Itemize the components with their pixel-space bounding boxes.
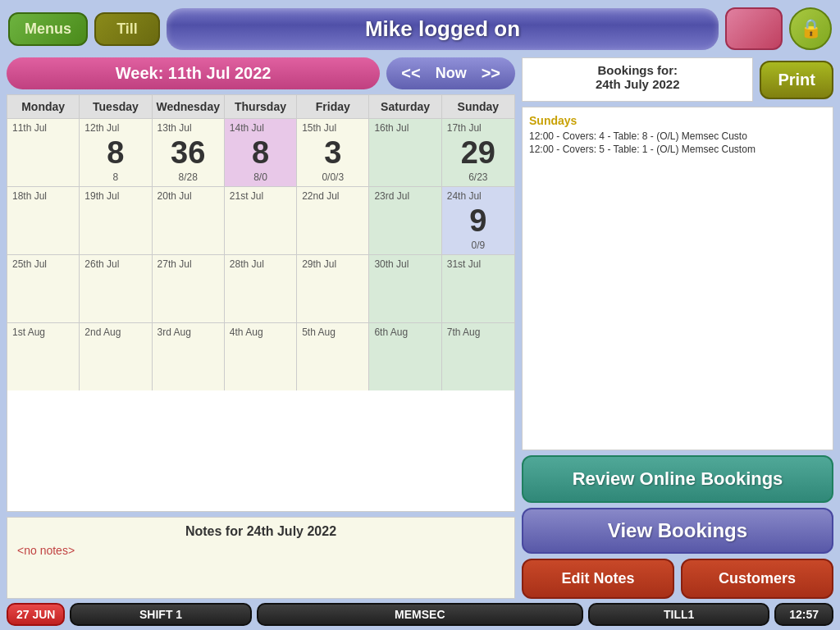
cal-cell-0-3[interactable]: 14th Jul88/0: [225, 119, 297, 186]
booking-item-2: 12:00 - Covers: 5 - Table: 1 - (O/L) Mem…: [529, 144, 826, 155]
cal-cell-1-0[interactable]: 18th Jul: [7, 187, 80, 254]
pink-button[interactable]: [725, 7, 783, 50]
view-button[interactable]: View Bookings: [522, 508, 833, 554]
notes-title: Notes for 24th July 2022: [17, 524, 504, 539]
status-shift: SHIFT 1: [70, 603, 251, 626]
cal-cell-1-4[interactable]: 22nd Jul: [297, 187, 369, 254]
header-monday: Monday: [7, 95, 80, 118]
cal-cell-3-5[interactable]: 6th Aug: [369, 323, 441, 390]
cal-date-1-1: 19th Jul: [84, 190, 146, 202]
cal-date-0-4: 15th Jul: [302, 122, 363, 134]
calendar-grid: Monday Tuesday Wednesday Thursday Friday…: [7, 94, 515, 512]
cal-number-0-1: 8: [84, 137, 146, 168]
now-label: Now: [436, 65, 467, 82]
cal-date-2-2: 27th Jul: [158, 258, 219, 270]
cal-date-1-6: 24th Jul: [447, 190, 509, 202]
cal-date-2-6: 31st Jul: [447, 258, 509, 270]
cal-row-0: 11th Jul12th Jul8813th Jul368/2814th Jul…: [7, 119, 514, 187]
week-nav: Week: 11th Jul 2022 << Now >>: [7, 57, 515, 89]
cal-sub-0-2: 8/28: [158, 171, 219, 183]
cal-cell-2-1[interactable]: 26th Jul: [80, 255, 152, 322]
cal-sub-1-6: 0/9: [447, 240, 509, 251]
customers-button[interactable]: Customers: [681, 559, 833, 599]
cal-cell-1-2[interactable]: 20th Jul: [153, 187, 225, 254]
header-friday: Friday: [297, 95, 369, 118]
cal-date-2-0: 25th Jul: [12, 258, 74, 270]
cal-cell-2-5[interactable]: 30th Jul: [369, 255, 441, 322]
cal-date-3-3: 4th Aug: [230, 326, 291, 338]
cal-cell-3-3[interactable]: 4th Aug: [225, 323, 297, 390]
top-bar: Menus Till Mike logged on 🔒: [0, 0, 840, 57]
edit-notes-button[interactable]: Edit Notes: [522, 559, 674, 599]
cal-cell-2-4[interactable]: 29th Jul: [297, 255, 369, 322]
print-button[interactable]: Print: [760, 61, 833, 99]
header-thursday: Thursday: [225, 95, 297, 118]
main-content: Week: 11th Jul 2022 << Now >> Monday Tue…: [0, 57, 840, 599]
cal-cell-0-1[interactable]: 12th Jul88: [80, 119, 152, 186]
cal-date-1-2: 20th Jul: [158, 190, 219, 202]
cal-cell-1-6[interactable]: 24th Jul90/9: [442, 187, 514, 254]
cal-cell-0-2[interactable]: 13th Jul368/28: [153, 119, 225, 186]
cal-cell-1-5[interactable]: 23rd Jul: [369, 187, 441, 254]
cal-date-0-6: 17th Jul: [447, 122, 509, 134]
prev-button[interactable]: <<: [395, 61, 427, 86]
cal-date-2-5: 30th Jul: [374, 258, 436, 270]
cal-date-3-4: 5th Aug: [302, 326, 363, 338]
status-date: 27 JUN: [7, 603, 65, 626]
cal-date-3-1: 2nd Aug: [84, 326, 146, 338]
cal-date-1-0: 18th Jul: [12, 190, 74, 202]
bookings-header-row: Bookings for: 24th July 2022 Print: [522, 57, 833, 102]
cal-date-3-6: 7th Aug: [447, 326, 509, 338]
cal-cell-3-0[interactable]: 1st Aug: [7, 323, 80, 390]
review-button[interactable]: Review Online Bookings: [522, 455, 833, 503]
cal-date-0-0: 11th Jul: [12, 122, 74, 134]
next-button[interactable]: >>: [475, 61, 507, 86]
cal-date-1-4: 22nd Jul: [302, 190, 363, 202]
cal-date-1-3: 21st Jul: [230, 190, 291, 202]
cal-cell-3-6[interactable]: 7th Aug: [442, 323, 514, 390]
cal-cell-0-0[interactable]: 11th Jul: [7, 119, 80, 186]
notes-area: Notes for 24th July 2022 <no notes>: [7, 517, 515, 599]
cal-date-2-3: 28th Jul: [230, 258, 291, 270]
cal-cell-1-1[interactable]: 19th Jul: [80, 187, 152, 254]
cal-cell-1-3[interactable]: 21st Jul: [225, 187, 297, 254]
cal-sub-0-3: 8/0: [230, 171, 291, 183]
cal-row-2: 25th Jul26th Jul27th Jul28th Jul29th Jul…: [7, 255, 514, 323]
print-btn-wrapper: Print: [760, 57, 833, 102]
cal-cell-2-2[interactable]: 27th Jul: [153, 255, 225, 322]
cal-date-0-3: 14th Jul: [230, 122, 291, 134]
bookings-for-line2: 24th July 2022: [596, 77, 680, 91]
cal-cell-2-6[interactable]: 31st Jul: [442, 255, 514, 322]
cal-number-0-2: 36: [158, 137, 219, 168]
cal-cell-0-5[interactable]: 16th Jul: [369, 119, 441, 186]
menus-button[interactable]: Menus: [8, 12, 88, 46]
calendar-area: Week: 11th Jul 2022 << Now >> Monday Tue…: [7, 57, 515, 599]
status-till: TILL1: [588, 603, 769, 626]
cal-date-3-2: 3rd Aug: [158, 326, 219, 338]
week-label: Week: 11th Jul 2022: [7, 57, 380, 89]
header-wednesday: Wednesday: [153, 95, 225, 118]
cal-date-2-1: 26th Jul: [84, 258, 146, 270]
cal-cell-2-3[interactable]: 28th Jul: [225, 255, 297, 322]
cal-cell-3-4[interactable]: 5th Aug: [297, 323, 369, 390]
cal-number-1-6: 9: [447, 205, 509, 236]
cal-cell-0-4[interactable]: 15th Jul30/0/3: [297, 119, 369, 186]
lock-button[interactable]: 🔒: [789, 7, 832, 50]
bookings-list: Sundays 12:00 - Covers: 4 - Table: 8 - (…: [522, 107, 833, 450]
bookings-for-line1: Bookings for:: [597, 63, 678, 77]
cal-cell-3-2[interactable]: 3rd Aug: [153, 323, 225, 390]
status-memsec: MEMSEC: [257, 603, 583, 626]
cal-number-0-4: 3: [302, 137, 363, 168]
cal-row-1: 18th Jul19th Jul20th Jul21st Jul22nd Jul…: [7, 187, 514, 255]
cal-sub-0-4: 0/0/3: [302, 171, 363, 183]
nav-bar: << Now >>: [386, 57, 515, 89]
cal-cell-3-1[interactable]: 2nd Aug: [80, 323, 152, 390]
cal-date-3-5: 6th Aug: [374, 326, 436, 338]
right-panel: Bookings for: 24th July 2022 Print Sunda…: [522, 57, 833, 599]
calendar-body: 11th Jul12th Jul8813th Jul368/2814th Jul…: [7, 119, 514, 390]
cal-cell-0-6[interactable]: 17th Jul296/23: [442, 119, 514, 186]
till-button[interactable]: Till: [94, 12, 160, 46]
cal-cell-2-0[interactable]: 25th Jul: [7, 255, 80, 322]
bookings-header: Bookings for: 24th July 2022: [527, 63, 747, 91]
notes-content: <no notes>: [17, 544, 504, 557]
